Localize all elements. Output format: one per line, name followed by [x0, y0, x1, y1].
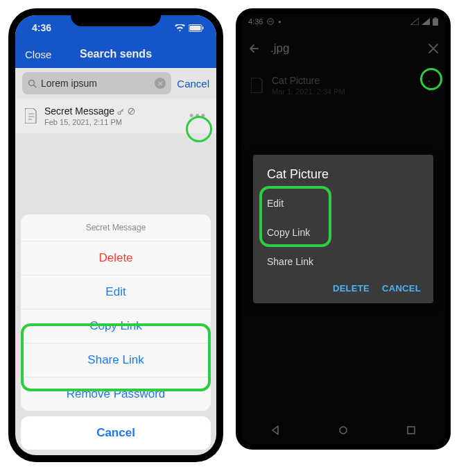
- edit-button[interactable]: Edit: [21, 275, 211, 309]
- share-link-button[interactable]: Share Link: [253, 247, 433, 276]
- action-sheet: Secret Message Delete Edit Copy Link Sha…: [21, 214, 211, 411]
- delete-button[interactable]: Delete: [21, 241, 211, 275]
- copy-link-button[interactable]: Copy Link: [21, 309, 211, 343]
- copy-link-button[interactable]: Copy Link: [253, 218, 433, 247]
- share-link-button[interactable]: Share Link: [21, 343, 211, 377]
- android-screen: 4:36 • .jpg Cat Picture: [241, 14, 445, 444]
- sheet-title: Secret Message: [21, 214, 211, 241]
- dialog-title: Cat Picture: [253, 167, 433, 189]
- edit-button[interactable]: Edit: [253, 189, 433, 218]
- dialog: Cat Picture Edit Copy Link Share Link DE…: [253, 155, 433, 303]
- ios-phone-frame: 4:36 Close Search sends Lorem ipsum ✕ Ca…: [8, 8, 223, 462]
- dialog-actions: DELETE CANCEL: [253, 276, 433, 298]
- ios-screen: 4:36 Close Search sends Lorem ipsum ✕ Ca…: [15, 15, 216, 455]
- ios-notch: [71, 8, 161, 26]
- dialog-backdrop[interactable]: Cat Picture Edit Copy Link Share Link DE…: [241, 14, 445, 444]
- action-sheet-backdrop[interactable]: Secret Message Delete Edit Copy Link Sha…: [15, 15, 216, 455]
- cancel-button[interactable]: Cancel: [21, 416, 211, 450]
- android-phone-frame: 4:36 • .jpg Cat Picture: [236, 8, 451, 450]
- remove-password-button[interactable]: Remove Password: [21, 377, 211, 411]
- cancel-button[interactable]: CANCEL: [382, 283, 421, 294]
- delete-button[interactable]: DELETE: [333, 283, 370, 294]
